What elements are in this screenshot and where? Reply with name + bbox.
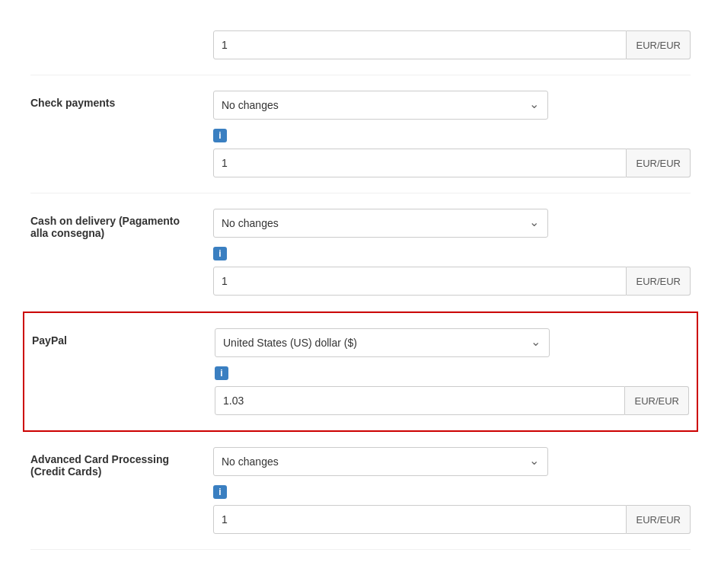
paypal-label: PayPal [32, 328, 215, 347]
check-payments-dropdown[interactable]: No changes Enable Disable [213, 91, 548, 120]
paypal-select-wrapper: No changes United States (US) dollar ($)… [215, 328, 550, 357]
advanced-card-controls: No changes Enable Disable i EUR/EUR [213, 447, 691, 534]
cash-delivery-input-row: EUR/EUR [213, 267, 691, 296]
top-input-row-inner: EUR/EUR [213, 30, 691, 59]
cash-delivery-controls: No changes Enable Disable i EUR/EUR [213, 209, 691, 296]
advanced-card-input-row: EUR/EUR [213, 505, 691, 534]
advanced-card-select-wrapper: No changes Enable Disable [213, 447, 548, 476]
advanced-card-currency-badge: EUR/EUR [627, 505, 691, 534]
top-value-input[interactable] [213, 30, 627, 59]
check-payments-controls: No changes Enable Disable i EUR/EUR [213, 91, 691, 177]
check-payments-value-input[interactable] [213, 149, 627, 177]
advanced-card-dropdown[interactable]: No changes Enable Disable [213, 447, 548, 476]
advanced-card-row: Advanced Card Processing (Credit Cards) … [30, 432, 691, 550]
page-container: EUR/EUR Check payments No changes Enable… [0, 0, 721, 565]
check-payments-input-row: EUR/EUR [213, 149, 691, 177]
check-payments-currency-badge: EUR/EUR [627, 149, 691, 177]
top-currency-badge: EUR/EUR [627, 30, 691, 59]
check-payments-info-icon[interactable]: i [213, 129, 227, 142]
paypal-controls: No changes United States (US) dollar ($)… [215, 328, 689, 415]
paypal-info-icon[interactable]: i [215, 366, 228, 380]
paypal-row: PayPal No changes United States (US) dol… [23, 312, 698, 432]
advanced-card-label: Advanced Card Processing (Credit Cards) [30, 447, 213, 478]
paypal-value-input[interactable] [215, 386, 625, 415]
paypal-input-row: EUR/EUR [215, 386, 689, 415]
top-input-row: EUR/EUR [30, 15, 691, 75]
advanced-card-info-icon[interactable]: i [213, 485, 227, 499]
top-controls: EUR/EUR [213, 30, 691, 59]
check-payments-label: Check payments [30, 91, 213, 109]
cash-delivery-select-wrapper: No changes Enable Disable [213, 209, 548, 238]
cash-delivery-info-icon[interactable]: i [213, 247, 227, 260]
cash-delivery-currency-badge: EUR/EUR [627, 267, 691, 296]
paypal-currency-badge: EUR/EUR [625, 386, 689, 415]
top-label [30, 30, 213, 37]
advanced-card-value-input[interactable] [213, 505, 627, 534]
cash-delivery-row: Cash on delivery (Pagamento alla consegn… [30, 193, 691, 312]
check-payments-select-wrapper: No changes Enable Disable [213, 91, 548, 120]
cash-delivery-dropdown[interactable]: No changes Enable Disable [213, 209, 548, 238]
check-payments-row: Check payments No changes Enable Disable… [30, 75, 691, 193]
cash-delivery-value-input[interactable] [213, 267, 627, 296]
paypal-dropdown[interactable]: No changes United States (US) dollar ($)… [215, 328, 550, 357]
cash-delivery-label: Cash on delivery (Pagamento alla consegn… [30, 209, 213, 239]
